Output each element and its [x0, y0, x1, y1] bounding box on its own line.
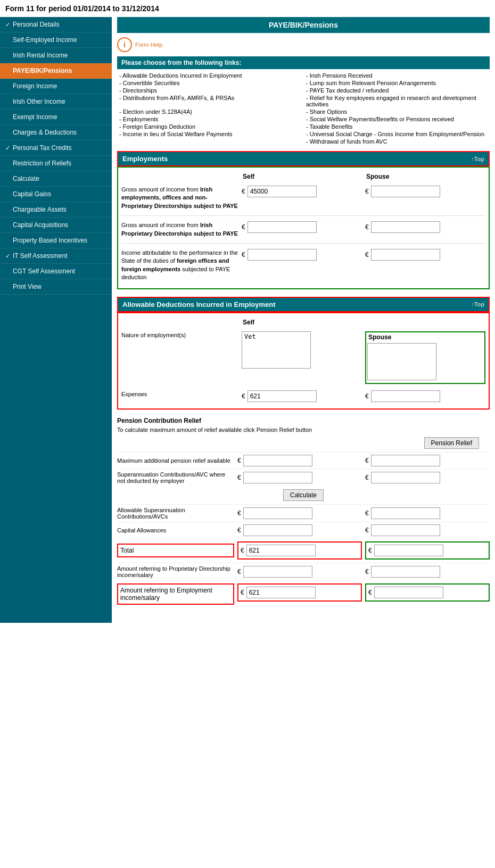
employment-row2-spouse: € — [365, 221, 485, 233]
employment-row1-label: Gross amount of income from Irish employ… — [121, 186, 238, 210]
link-item[interactable]: - Irish Pensions Received — [306, 72, 488, 79]
expenses-spouse: € — [365, 390, 485, 402]
spouse-col-header2: Spouse — [367, 333, 483, 341]
capital-allowances-row: Capital Allowances € € — [117, 522, 490, 538]
allowable-super-row: Allowable Superannuation Contributions/A… — [117, 504, 490, 522]
employment-row1-spouse-input[interactable] — [371, 186, 440, 197]
prop-dir-self-input[interactable] — [243, 566, 312, 578]
sidebar-item-label: Calculate — [13, 175, 39, 182]
capital-allowances-label: Capital Allowances — [117, 527, 234, 533]
link-item[interactable]: - Withdrawal of funds from AVC — [306, 138, 488, 145]
calculate-button[interactable]: Calculate — [283, 489, 324, 501]
nature-self: Vet — [242, 331, 362, 370]
sidebar-item-label: Capital Gains — [13, 190, 51, 198]
allowable-col-headers: Self — [121, 316, 485, 328]
prop-dir-self: € — [237, 566, 362, 578]
pension-max-label: Maximum additional pension relief availa… — [117, 457, 234, 464]
link-item[interactable]: - Relief for Key employees engaged in re… — [306, 95, 488, 107]
allowable-deductions-top-link[interactable]: ↑Top — [471, 301, 484, 307]
sidebar-item-label: Self-Employed Income — [13, 36, 77, 44]
pension-desc: To calculate maximum amount of relief av… — [117, 427, 490, 433]
pension-relief-button[interactable]: Pension Relief — [424, 437, 479, 449]
sidebar-item-print-view[interactable]: Print View — [0, 279, 112, 295]
employment-income-spouse-input[interactable] — [374, 587, 443, 598]
form-help: i Form Help — [117, 37, 490, 52]
nature-spouse-input[interactable] — [367, 343, 436, 380]
capital-allowances-spouse-input[interactable] — [371, 524, 440, 536]
sidebar-item-label: Capital Acquisitions — [13, 221, 68, 229]
sidebar-item-self-employed-income[interactable]: Self-Employed Income — [0, 32, 112, 48]
expenses-spouse-input[interactable] — [371, 390, 440, 402]
employment-row1-self-input[interactable] — [248, 186, 317, 197]
expenses-self: € — [242, 390, 362, 402]
prop-dir-row: Amount referring to Proprietary Director… — [117, 563, 490, 580]
sidebar-item-cgt-self-assessment[interactable]: CGT Self Assessment — [0, 264, 112, 279]
total-spouse-input[interactable] — [374, 545, 443, 556]
capital-allowances-spouse: € — [365, 524, 490, 536]
prop-dir-spouse-input[interactable] — [371, 566, 440, 578]
total-self-input[interactable] — [246, 545, 316, 556]
link-item[interactable]: - Distributions from ARFs, AMRFs, & PRSA… — [119, 95, 301, 107]
superannuation-row: Superannuation Contributions/AVC where n… — [117, 469, 490, 486]
superannuation-label: Superannuation Contributions/AVC where n… — [117, 471, 234, 484]
employment-row2-label: Gross amount of income from Irish Propri… — [121, 221, 238, 238]
sidebar-item-paye-bik-pensions[interactable]: PAYE/BIK/Pensions — [0, 63, 112, 79]
sidebar-item-restriction-of-reliefs[interactable]: Restriction of Reliefs — [0, 156, 112, 171]
sidebar: ✓Personal DetailsSelf-Employed IncomeIri… — [0, 17, 112, 623]
link-item[interactable]: - Share Options — [306, 108, 488, 115]
link-item[interactable]: - Election under S.128A(4A) — [119, 108, 301, 115]
sidebar-item-charges-deductions[interactable]: Charges & Deductions — [0, 125, 112, 140]
sidebar-item-capital-gains[interactable]: Capital Gains — [0, 187, 112, 202]
employment-row2-self-input[interactable] — [248, 221, 317, 233]
pension-max-self-input[interactable] — [243, 455, 312, 466]
allowable-super-label: Allowable Superannuation Contributions/A… — [117, 507, 234, 520]
sidebar-item-label: Irish Other Income — [13, 98, 65, 105]
employments-title: Employments — [122, 155, 168, 163]
superannuation-self-input[interactable] — [243, 472, 312, 483]
allowable-super-spouse-input[interactable] — [371, 507, 440, 519]
capital-allowances-self-input[interactable] — [243, 524, 312, 536]
link-item[interactable]: - Social Welfare Payments/Benefits or Pe… — [306, 116, 488, 122]
employment-row3-spouse-input[interactable] — [371, 249, 440, 261]
superannuation-spouse: € — [365, 472, 490, 483]
superannuation-spouse-input[interactable] — [371, 472, 440, 483]
sidebar-item-label: Restriction of Reliefs — [13, 160, 71, 167]
link-item[interactable]: - Convertible Securities — [119, 80, 301, 86]
expenses-self-input[interactable] — [248, 390, 317, 402]
link-item[interactable]: - Allowable Deductions Incurred in Emplo… — [119, 72, 301, 79]
sidebar-item-personal-tax-credits[interactable]: ✓Personal Tax Credits — [0, 140, 112, 156]
link-item[interactable]: - Universal Social Charge - Gross Income… — [306, 131, 488, 137]
sidebar-item-irish-other-income[interactable]: Irish Other Income — [0, 94, 112, 110]
allowable-self-header: Self — [242, 319, 362, 326]
sidebar-item-it-self-assessment[interactable]: ✓IT Self Assessment — [0, 248, 112, 264]
pension-header: Pension Contribution Relief — [117, 417, 490, 424]
link-item[interactable]: - Income in lieu of Social Welfare Payme… — [119, 131, 301, 137]
sidebar-item-foreign-income[interactable]: Foreign Income — [0, 79, 112, 94]
sidebar-item-label: Chargeable Assets — [13, 206, 67, 213]
sidebar-item-property-based-incentives[interactable]: Property Based Incentives — [0, 233, 112, 248]
sidebar-item-chargeable-assets[interactable]: Chargeable Assets — [0, 202, 112, 218]
sidebar-item-capital-acquisitions[interactable]: Capital Acquisitions — [0, 218, 112, 233]
check-icon: ✓ — [5, 253, 10, 260]
nature-spouse-section: Spouse — [365, 331, 485, 384]
allowable-deductions-header: Allowable Deductions Incurred in Employm… — [117, 297, 490, 312]
link-item[interactable]: - Lump sum from Relevant Pension Arrange… — [306, 80, 488, 86]
pension-max-spouse-input[interactable] — [371, 455, 440, 466]
sidebar-item-personal-details[interactable]: ✓Personal Details — [0, 17, 112, 32]
link-item[interactable]: - Employments — [119, 116, 301, 122]
employment-row2-spouse-input[interactable] — [371, 221, 440, 233]
employment-row3-self-input[interactable] — [248, 249, 317, 261]
link-item[interactable]: - Foreign Earnings Deduction — [119, 123, 301, 130]
employment-income-self-input[interactable] — [246, 587, 316, 598]
sidebar-item-calculate[interactable]: Calculate — [0, 171, 112, 187]
nature-self-input[interactable]: Vet — [242, 331, 311, 369]
link-item[interactable]: - Directorships — [119, 87, 301, 94]
sidebar-item-irish-rental-income[interactable]: Irish Rental Income — [0, 48, 112, 63]
allowable-super-self-input[interactable] — [243, 507, 312, 519]
sidebar-item-label: Exempt Income — [13, 113, 57, 121]
sidebar-item-exempt-income[interactable]: Exempt Income — [0, 110, 112, 125]
link-item[interactable]: - PAYE Tax deducted / refunded — [306, 87, 488, 94]
link-item[interactable]: - Taxable Benefits — [306, 123, 488, 130]
allowable-nature-row: Nature of employment(s) Vet Spouse — [121, 328, 485, 387]
employments-top-link[interactable]: ↑Top — [471, 156, 484, 162]
